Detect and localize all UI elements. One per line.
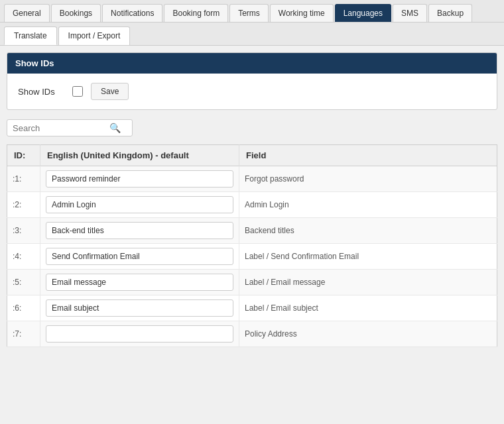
table-row: :6:Label / Email subject [7,295,497,321]
english-input-7[interactable] [46,325,233,343]
english-input-6[interactable] [46,299,233,317]
top-tab-general[interactable]: General [4,4,50,22]
english-input-5[interactable] [46,274,233,291]
english-input-4[interactable] [46,248,233,265]
row-field: Label / Email subject [239,295,497,321]
table-header: ID: English (United Kingdom) - default F… [7,145,497,166]
table-body: :1:Forgot password:2:Admin Login:3:Backe… [7,166,497,347]
row-english[interactable] [40,244,239,270]
show-ids-label: Show IDs [18,87,64,97]
save-button[interactable]: Save [91,83,129,100]
translation-table: ID: English (United Kingdom) - default F… [7,144,497,347]
row-id: :6: [7,295,40,321]
row-english[interactable] [40,321,239,347]
search-icon: 🔍 [109,123,121,133]
top-tab-backup[interactable]: Backup [428,4,472,22]
top-tab-notifications[interactable]: Notifications [102,4,162,22]
col-header-field: Field [239,145,497,166]
row-id: :4: [7,244,40,270]
row-field: Backend titles [239,218,497,244]
search-input[interactable] [13,123,105,133]
show-ids-header: Show IDs [7,53,497,74]
show-ids-title: Show IDs [15,58,54,68]
row-id: :7: [7,321,40,347]
table-header-row: ID: English (United Kingdom) - default F… [7,145,497,166]
row-english[interactable] [40,192,239,218]
sub-navigation: TranslateImport / Export [0,23,504,46]
show-ids-checkbox[interactable] [72,86,83,97]
row-field: Label / Email message [239,270,497,295]
row-field: Admin Login [239,192,497,218]
table-row: :5:Label / Email message [7,270,497,295]
table-row: :1:Forgot password [7,166,497,192]
top-tab-working-time[interactable]: Working time [270,4,334,22]
english-input-1[interactable] [46,170,233,187]
row-field: Label / Send Confirmation Email [239,244,497,270]
row-id: :1: [7,166,40,192]
table-row: :7:Policy Address [7,321,497,347]
row-field: Forgot password [239,166,497,192]
row-id: :5: [7,270,40,295]
row-id: :3: [7,218,40,244]
top-tab-booking-form[interactable]: Booking form [164,4,228,22]
row-english[interactable] [40,218,239,244]
col-header-id: ID: [7,145,40,166]
row-id: :2: [7,192,40,218]
show-ids-panel: Show IDs Show IDs Save [7,52,497,110]
table-row: :2:Admin Login [7,192,497,218]
english-input-2[interactable] [46,196,233,213]
row-english[interactable] [40,166,239,192]
row-field: Policy Address [239,321,497,347]
top-tab-languages[interactable]: Languages [335,4,391,22]
top-tab-bookings[interactable]: Bookings [51,4,101,22]
sub-tab-translate[interactable]: Translate [4,26,57,45]
col-header-english: English (United Kingdom) - default [40,145,239,166]
show-ids-body: Show IDs Save [7,74,497,109]
top-tab-sms[interactable]: SMS [393,4,427,22]
table-row: :4:Label / Send Confirmation Email [7,244,497,270]
top-navigation: GeneralBookingsNotificationsBooking form… [0,0,504,23]
table-row: :3:Backend titles [7,218,497,244]
top-tab-terms[interactable]: Terms [229,4,269,22]
row-english[interactable] [40,295,239,321]
search-container: 🔍 [7,119,497,136]
search-wrapper: 🔍 [7,119,133,136]
english-input-3[interactable] [46,222,233,239]
row-english[interactable] [40,270,239,295]
main-content: Show IDs Show IDs Save 🔍 ID: English (Un… [0,46,504,354]
sub-tab-import-export[interactable]: Import / Export [58,26,131,45]
